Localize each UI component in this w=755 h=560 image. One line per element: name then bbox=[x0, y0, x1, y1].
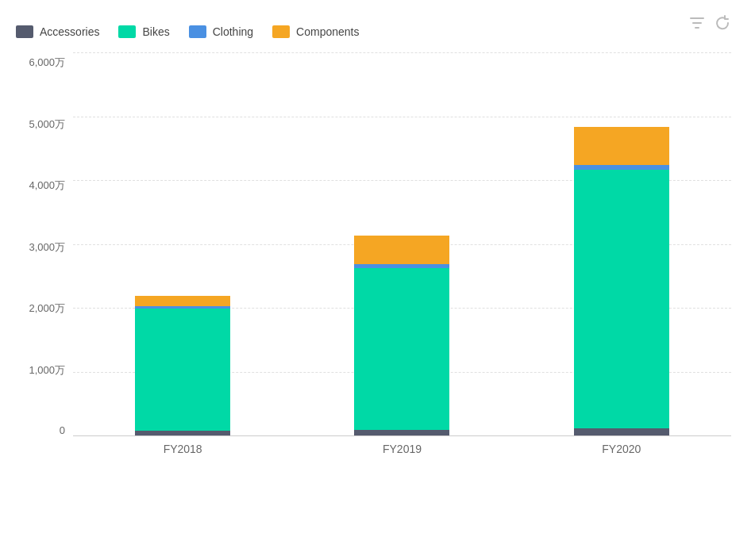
bar-stack-fy2018 bbox=[135, 296, 230, 435]
legend-label-components: Components bbox=[296, 25, 359, 38]
legend-item-components: Components bbox=[272, 25, 359, 38]
bar-segment-bikes-fy2020[interactable] bbox=[574, 170, 669, 428]
legend-label-bikes: Bikes bbox=[142, 25, 169, 38]
bars-area bbox=[73, 52, 731, 435]
y-axis: 6,000万5,000万4,000万3,000万2,000万1,000万0 bbox=[16, 52, 73, 465]
legend-item-accessories: Accessories bbox=[16, 25, 99, 38]
y-label: 6,000万 bbox=[29, 56, 65, 70]
filter-icon[interactable] bbox=[688, 14, 706, 36]
bar-segment-bikes-fy2018[interactable] bbox=[135, 309, 230, 431]
refresh-icon[interactable] bbox=[714, 14, 731, 36]
legend-item-bikes: Bikes bbox=[118, 25, 169, 38]
bar-segment-components-fy2020[interactable] bbox=[574, 127, 669, 165]
bar-group-fy2018 bbox=[135, 296, 230, 435]
bar-segment-components-fy2018[interactable] bbox=[135, 296, 230, 306]
bar-group-fy2019 bbox=[354, 236, 449, 435]
y-label: 5,000万 bbox=[29, 117, 65, 132]
bar-stack-fy2019 bbox=[354, 236, 449, 435]
legend-swatch-accessories bbox=[16, 25, 33, 38]
legend-label-clothing: Clothing bbox=[213, 25, 253, 38]
legend-swatch-clothing bbox=[189, 25, 206, 38]
legend-label-accessories: Accessories bbox=[40, 25, 99, 38]
bar-segment-accessories-fy2018[interactable] bbox=[135, 431, 230, 435]
bar-segment-accessories-fy2019[interactable] bbox=[354, 430, 449, 435]
bar-segment-components-fy2019[interactable] bbox=[354, 236, 449, 265]
chart-toolbar bbox=[688, 14, 731, 36]
x-label-fy2019: FY2019 bbox=[354, 443, 449, 465]
legend-item-clothing: Clothing bbox=[189, 25, 253, 38]
x-labels: FY2018FY2019FY2020 bbox=[73, 436, 731, 465]
x-label-fy2018: FY2018 bbox=[135, 443, 230, 465]
bar-segment-accessories-fy2020[interactable] bbox=[574, 428, 669, 435]
bar-segment-bikes-fy2019[interactable] bbox=[354, 268, 449, 430]
legend-swatch-components bbox=[272, 25, 290, 38]
y-label: 3,000万 bbox=[29, 240, 65, 255]
y-label: 2,000万 bbox=[29, 301, 65, 316]
x-label-fy2020: FY2020 bbox=[574, 443, 669, 465]
legend: AccessoriesBikesClothingComponents bbox=[16, 25, 731, 38]
y-label: 1,000万 bbox=[29, 363, 65, 378]
chart-area: 6,000万5,000万4,000万3,000万2,000万1,000万0 FY… bbox=[16, 52, 731, 465]
bar-stack-fy2020 bbox=[574, 127, 669, 435]
legend-swatch-bikes bbox=[118, 25, 136, 38]
bar-group-fy2020 bbox=[574, 127, 669, 435]
y-label: 4,000万 bbox=[29, 178, 65, 193]
y-label: 0 bbox=[60, 424, 65, 436]
chart-plot: FY2018FY2019FY2020 bbox=[73, 52, 731, 465]
chart-container: AccessoriesBikesClothingComponents 6,000… bbox=[0, 0, 755, 560]
